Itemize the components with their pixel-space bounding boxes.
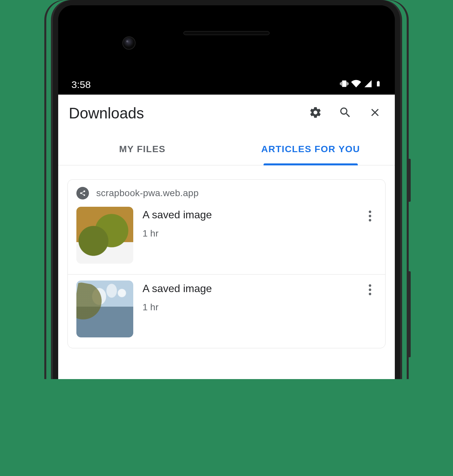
device-screen: 3:58 Downloads bbox=[58, 5, 395, 379]
status-icons bbox=[340, 79, 382, 91]
device-volume-button bbox=[407, 271, 411, 357]
tab-articles-for-you[interactable]: ARTICLES FOR YOU bbox=[226, 133, 395, 165]
app-screen: Downloads bbox=[58, 95, 395, 379]
wifi-icon bbox=[351, 79, 361, 91]
status-bar: 3:58 bbox=[58, 75, 395, 95]
close-button[interactable] bbox=[364, 103, 386, 124]
close-icon bbox=[369, 106, 381, 120]
settings-icon bbox=[309, 106, 322, 120]
cell-icon bbox=[364, 79, 372, 90]
list-item[interactable]: A saved image 1 hr bbox=[68, 274, 385, 348]
battery-icon bbox=[375, 79, 382, 91]
device-speaker bbox=[184, 31, 269, 35]
svg-point-5 bbox=[369, 293, 371, 295]
item-thumbnail bbox=[76, 281, 133, 337]
tab-label: MY FILES bbox=[119, 144, 166, 154]
device-camera bbox=[122, 36, 136, 50]
vibrate-icon bbox=[340, 79, 349, 90]
share-icon bbox=[76, 187, 89, 199]
more-vert-icon bbox=[368, 210, 372, 223]
card-header: scrapbook-pwa.web.app bbox=[68, 180, 385, 201]
svg-point-0 bbox=[369, 211, 371, 213]
item-body: A saved image 1 hr bbox=[143, 207, 377, 264]
settings-button[interactable] bbox=[305, 103, 326, 124]
search-icon bbox=[339, 106, 352, 120]
device-frame: 3:58 Downloads bbox=[53, 0, 400, 379]
app-bar: Downloads bbox=[58, 95, 395, 132]
card-source-url: scrapbook-pwa.web.app bbox=[96, 188, 199, 198]
list-item[interactable]: A saved image 1 hr bbox=[68, 201, 385, 274]
tab-label: ARTICLES FOR YOU bbox=[261, 144, 360, 154]
item-time: 1 hr bbox=[143, 302, 377, 313]
page-title: Downloads bbox=[69, 104, 144, 122]
source-card: scrapbook-pwa.web.app A saved image 1 hr bbox=[67, 179, 386, 348]
content-area: scrapbook-pwa.web.app A saved image 1 hr bbox=[58, 165, 395, 348]
tab-bar: MY FILES ARTICLES FOR YOU bbox=[58, 133, 395, 165]
item-body: A saved image 1 hr bbox=[143, 281, 377, 337]
svg-point-4 bbox=[369, 288, 371, 291]
status-time: 3:58 bbox=[71, 79, 91, 90]
item-title: A saved image bbox=[143, 209, 377, 221]
item-title: A saved image bbox=[143, 282, 377, 295]
more-vert-icon bbox=[368, 284, 372, 297]
device-bezel bbox=[58, 5, 395, 75]
svg-point-3 bbox=[369, 284, 371, 287]
item-more-button[interactable] bbox=[363, 284, 377, 297]
item-thumbnail bbox=[76, 207, 133, 264]
device-power-button bbox=[407, 159, 411, 202]
svg-point-1 bbox=[369, 215, 371, 217]
search-button[interactable] bbox=[335, 103, 356, 124]
item-time: 1 hr bbox=[143, 228, 377, 239]
item-more-button[interactable] bbox=[363, 210, 377, 223]
svg-point-2 bbox=[369, 219, 371, 221]
tab-my-files[interactable]: MY FILES bbox=[58, 133, 226, 165]
